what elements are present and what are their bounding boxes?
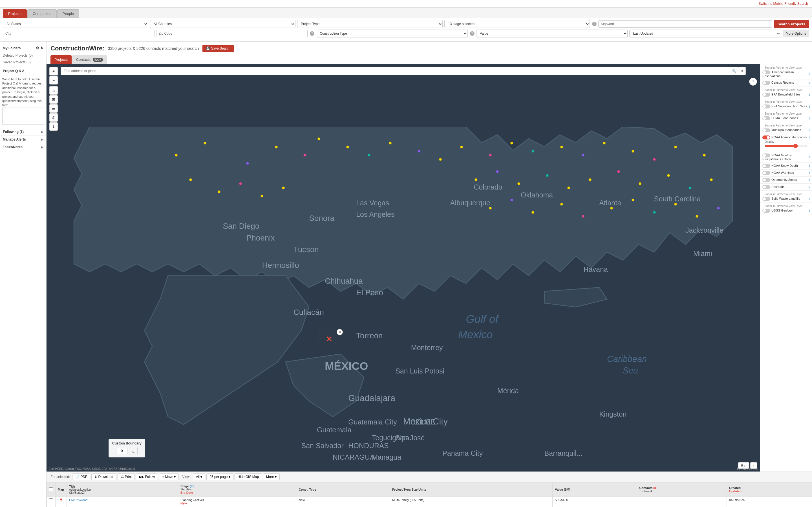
map-search-input[interactable] — [61, 67, 730, 75]
tab-projects-view[interactable]: Projects — [50, 55, 71, 64]
select-all-checkbox[interactable] — [49, 487, 53, 491]
city-input[interactable] — [3, 30, 154, 37]
download-button[interactable]: ⬇ Download — [91, 473, 116, 480]
layer-toggle-6[interactable] — [762, 135, 770, 139]
layer-info-icon-4[interactable]: ℹ — [809, 117, 810, 120]
keyword-input[interactable] — [598, 20, 772, 27]
layer-info-icon-7[interactable]: ℹ — [809, 155, 810, 159]
pdf-label: PDF — [80, 475, 87, 479]
all-view-button[interactable]: All ▾ — [193, 473, 206, 480]
map-pin-icon[interactable]: 📍 — [59, 498, 63, 503]
layer-info-icon-2[interactable]: ℹ — [809, 93, 810, 97]
layer-info-icon-11[interactable]: ℹ — [809, 185, 810, 189]
map-search-icon[interactable]: 🔍 — [730, 67, 739, 75]
layer-toggle-4[interactable] — [762, 116, 770, 120]
layer-info-icon-13[interactable]: ℹ — [809, 209, 810, 213]
project-title-link[interactable]: Five Plywood... — [69, 498, 90, 502]
const-type-help-icon[interactable]: ? — [470, 31, 474, 36]
tab-contacts-view[interactable]: Contacts 5226 — [72, 55, 107, 64]
layer-toggle-13[interactable] — [762, 209, 770, 213]
tab-projects[interactable]: Projects — [3, 9, 27, 18]
layer-name-row-12: Solid Waste Landfills ℹ — [762, 197, 810, 201]
switch-mobile-link[interactable]: Switch to Mobile-Friendly Search — [759, 2, 808, 6]
home-button[interactable]: ⌂ — [49, 86, 58, 95]
layer-toggle-2[interactable] — [762, 93, 770, 97]
stage-select[interactable]: 13 stage selected — [444, 20, 590, 28]
custom-boundary-draw-button[interactable]: ⬚ — [130, 447, 138, 455]
layer-info-icon-10[interactable]: ℹ — [809, 178, 810, 182]
nav-tabs: Projects Companies People — [0, 8, 812, 18]
row-const-type-cell: New — [296, 497, 390, 507]
zoom-out-button[interactable]: − — [49, 76, 58, 84]
layer-info-icon-12[interactable]: ℹ — [809, 197, 810, 201]
map-layers-button[interactable]: ⊞ ⇄ — [738, 462, 749, 469]
pdf-button[interactable]: 📄 PDF — [72, 473, 90, 480]
layer-toggle-3[interactable] — [762, 105, 770, 108]
saved-projects-item[interactable]: Saved Projects (0) — [0, 59, 46, 66]
layer-toggle-8[interactable] — [762, 164, 770, 168]
print-button[interactable]: 🖨 Print — [117, 473, 135, 480]
construction-type-select[interactable]: Construction Type — [316, 30, 468, 38]
search-projects-button[interactable]: Search Projects — [774, 20, 809, 28]
layer-info-icon-8[interactable]: ℹ — [809, 164, 810, 168]
row-checkbox[interactable] — [49, 498, 53, 502]
layer-toggle-0[interactable] — [762, 70, 770, 74]
stage-help-icon[interactable]: ? — [592, 22, 597, 26]
folders-settings-icon[interactable]: ⚙ — [36, 46, 39, 50]
per-page-button[interactable]: 25 per page ▾ — [206, 473, 233, 480]
deleted-projects-item[interactable]: Deleted Projects (0) — [0, 52, 46, 59]
download-map-button[interactable]: ⤓ — [49, 122, 58, 131]
states-select[interactable]: All States — [3, 20, 148, 28]
location-button[interactable]: ◎ — [49, 113, 58, 122]
save-search-button[interactable]: 💾 Save Search — [202, 45, 234, 52]
following-section[interactable]: Following (1) ▶ — [0, 128, 46, 135]
map-help-button[interactable]: ? — [749, 78, 757, 86]
folders-refresh-icon[interactable]: ↻ — [40, 46, 43, 50]
value-select[interactable]: Value — [476, 30, 628, 38]
layer-left-5: Municipal Boundaries — [762, 128, 801, 132]
row-checkbox-cell[interactable] — [47, 497, 56, 507]
layer-toggle-5[interactable] — [762, 128, 770, 132]
qa-textarea[interactable] — [2, 108, 44, 124]
layer-toggle-10[interactable] — [762, 178, 770, 182]
zoom-in-button[interactable]: + — [49, 67, 58, 75]
layer-info-icon-5[interactable]: ℹ — [809, 128, 810, 132]
tab-companies[interactable]: Companies — [28, 9, 57, 18]
more-options-button[interactable]: More Options — [783, 30, 809, 37]
zip-help-icon[interactable]: ? — [310, 31, 314, 36]
col-header-stage[interactable]: Stage (?) Start/End Bid Date — [178, 483, 296, 497]
map-bottom-controls: ⊞ ⇄ » — [738, 462, 757, 469]
view-label: View: — [182, 475, 190, 479]
hide-gis-button[interactable]: Hide GIS Map — [235, 473, 262, 480]
for-selected-label: For selected: — [50, 475, 70, 479]
tab-people[interactable]: People — [57, 9, 79, 18]
layer-info-icon-3[interactable]: ℹ — [809, 105, 810, 108]
layer-label-1: Census Regions — [771, 81, 794, 84]
move-button[interactable]: + Move ▾ — [159, 473, 179, 480]
tasks-notes-section[interactable]: Tasks/Notes ▶ — [0, 143, 46, 151]
zip-input[interactable] — [156, 30, 308, 37]
more-button[interactable]: More ▾ — [263, 473, 280, 480]
layer-toggle-11[interactable] — [762, 185, 770, 189]
layer-toggle-12[interactable] — [762, 197, 770, 201]
custom-boundary-input[interactable] — [116, 448, 128, 454]
layer-toggle-9[interactable] — [762, 171, 770, 175]
col-header-checkbox[interactable] — [47, 483, 56, 497]
project-type-select[interactable]: Project Type — [297, 20, 443, 28]
layer-toggle-1[interactable] — [762, 81, 770, 85]
layer-info-icon-6[interactable]: ℹ — [809, 135, 810, 139]
row-map-cell[interactable]: 📍 — [56, 497, 67, 507]
counties-select[interactable]: All Counties — [150, 20, 296, 28]
follow-button[interactable]: ▶▶ Follow — [136, 473, 158, 480]
opacity-slider-6[interactable] — [765, 144, 808, 148]
layer-info-icon-1[interactable]: ℹ — [809, 81, 810, 85]
layer-info-icon-0[interactable]: ℹ — [809, 72, 810, 76]
last-updated-select[interactable]: Last Updated — [629, 30, 781, 38]
map-expand-bottom-button[interactable]: » — [750, 462, 757, 469]
layer-toggle-7[interactable] — [762, 154, 770, 158]
grid-button[interactable]: ⊞ — [49, 95, 58, 104]
manage-alerts-section[interactable]: Manage Alerts ▶ — [0, 135, 46, 143]
map-expand-button[interactable]: » — [739, 67, 746, 75]
list-button[interactable]: ☰ — [49, 104, 58, 113]
layer-info-icon-9[interactable]: ℹ — [809, 171, 810, 175]
